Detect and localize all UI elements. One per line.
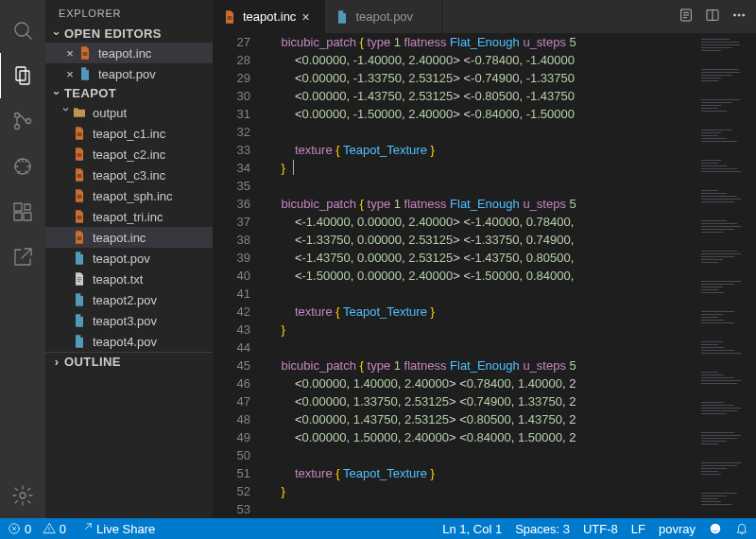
editor-tab[interactable]: teapot.pov	[325, 0, 442, 33]
item-label: teapot2.pov	[93, 293, 157, 307]
status-eol[interactable]: LF	[631, 522, 645, 536]
close-icon[interactable]: ×	[301, 9, 315, 25]
svg-point-14	[733, 14, 735, 16]
svg-rect-1	[16, 67, 26, 80]
line-gutter: 2728293031323334353637383940414243444546…	[213, 33, 267, 518]
source-control-icon[interactable]	[0, 98, 45, 144]
debug-icon[interactable]	[0, 144, 45, 189]
more-actions-icon[interactable]	[731, 8, 747, 26]
status-indent[interactable]: Spaces: 3	[515, 522, 570, 536]
file-icon	[72, 313, 87, 328]
item-label: teapot.pov	[93, 252, 150, 266]
item-label: teapot.inc	[93, 231, 146, 245]
status-cursor-pos[interactable]: Ln 1, Col 1	[442, 522, 502, 536]
tab-bar: teapot.inc×teapot.pov	[213, 0, 756, 33]
code-lines[interactable]: bicubic_patch { type 1 flatness Flat_Eno…	[267, 33, 699, 518]
item-label: teapot_c2.inc	[93, 148, 165, 162]
svg-point-18	[711, 524, 721, 534]
item-label: teapot_sph.inc	[93, 189, 173, 203]
tab-label: teapot.inc	[243, 9, 296, 24]
file-icon	[72, 188, 87, 203]
svg-rect-9	[24, 213, 31, 220]
open-editor-item[interactable]: ×teapot.inc	[45, 43, 213, 63]
file-item[interactable]: teapot4.pov	[45, 331, 213, 352]
file-item[interactable]: teapot.pov	[45, 248, 213, 269]
close-icon[interactable]: ×	[62, 67, 77, 81]
folder-icon	[72, 105, 87, 120]
item-label: teapot4.pov	[93, 335, 157, 349]
svg-rect-8	[14, 213, 22, 220]
svg-rect-7	[14, 203, 22, 211]
status-problems[interactable]: 0 0	[8, 522, 66, 536]
svg-point-16	[743, 14, 745, 16]
status-language[interactable]: povray	[659, 522, 696, 536]
close-icon[interactable]: ×	[62, 46, 77, 61]
item-label: teapot_c1.inc	[93, 127, 165, 141]
open-editor-item[interactable]: ×teapot.pov	[45, 63, 213, 84]
item-label: teapot_c3.inc	[93, 168, 165, 183]
code-editor[interactable]: 2728293031323334353637383940414243444546…	[213, 33, 756, 518]
live-share-icon[interactable]	[0, 235, 45, 280]
text-cursor	[293, 160, 294, 175]
open-editors-header[interactable]: ›OPEN EDITORS	[45, 25, 213, 43]
show-source-icon[interactable]	[679, 8, 694, 26]
file-item[interactable]: teapot.txt	[45, 269, 213, 289]
file-item[interactable]: teapot_c3.inc	[45, 165, 213, 185]
status-feedback-icon[interactable]	[709, 522, 722, 535]
item-label: teapot3.pov	[93, 314, 157, 328]
search-icon[interactable]	[0, 8, 45, 53]
explorer-icon[interactable]	[0, 53, 44, 98]
file-item[interactable]: teapot2.pov	[45, 289, 213, 310]
svg-rect-10	[25, 204, 30, 210]
file-item[interactable]: teapot_c1.inc	[45, 123, 213, 144]
item-label: teapot_tri.inc	[93, 210, 163, 224]
svg-point-15	[738, 14, 740, 16]
file-item[interactable]: teapot_tri.inc	[45, 206, 213, 227]
file-icon	[222, 9, 237, 25]
sidebar: EXPLORER ›OPEN EDITORS ×teapot.inc×teapo…	[45, 0, 213, 518]
svg-point-4	[15, 125, 20, 130]
settings-icon[interactable]	[0, 473, 45, 518]
status-notifications-icon[interactable]	[735, 522, 748, 535]
extensions-icon[interactable]	[0, 189, 45, 235]
editor-tab[interactable]: teapot.inc×	[213, 0, 325, 33]
svg-point-20	[716, 527, 717, 528]
svg-point-19	[713, 527, 714, 528]
file-icon	[72, 126, 87, 141]
editor-group: teapot.inc×teapot.pov 272829303132333435…	[213, 0, 756, 518]
tab-label: teapot.pov	[355, 9, 413, 24]
item-label: teapot.txt	[93, 272, 143, 287]
file-icon	[335, 9, 350, 25]
file-name: teapot.pov	[98, 67, 156, 81]
folder-item[interactable]: ›output	[45, 102, 213, 123]
status-encoding[interactable]: UTF-8	[583, 522, 618, 536]
split-editor-icon[interactable]	[705, 8, 720, 26]
status-live-share[interactable]: Live Share	[79, 522, 155, 536]
file-icon	[72, 209, 87, 224]
outline-header[interactable]: ›OUTLINE	[45, 352, 213, 371]
file-icon	[72, 271, 87, 287]
editor-actions	[669, 0, 756, 33]
file-icon	[72, 292, 87, 307]
file-item[interactable]: teapot_sph.inc	[45, 185, 213, 206]
sidebar-title: EXPLORER	[45, 0, 213, 25]
project-header[interactable]: ›TEAPOT	[45, 84, 213, 102]
file-icon	[72, 251, 87, 266]
file-item[interactable]: teapot.inc	[45, 227, 213, 248]
file-icon	[72, 230, 87, 245]
file-icon	[72, 334, 87, 349]
file-icon	[77, 66, 93, 81]
activity-bar	[0, 0, 45, 518]
file-item[interactable]: teapot_c2.inc	[45, 144, 213, 165]
svg-rect-2	[20, 71, 29, 84]
svg-point-11	[20, 493, 26, 498]
status-bar: 0 0 Live Share Ln 1, Col 1 Spaces: 3 UTF…	[0, 518, 756, 539]
item-label: output	[93, 106, 127, 120]
file-icon	[72, 147, 87, 162]
file-name: teapot.inc	[98, 46, 151, 61]
file-icon	[72, 167, 87, 183]
minimap[interactable]	[699, 33, 756, 518]
file-item[interactable]: teapot3.pov	[45, 310, 213, 331]
file-icon	[77, 45, 93, 61]
